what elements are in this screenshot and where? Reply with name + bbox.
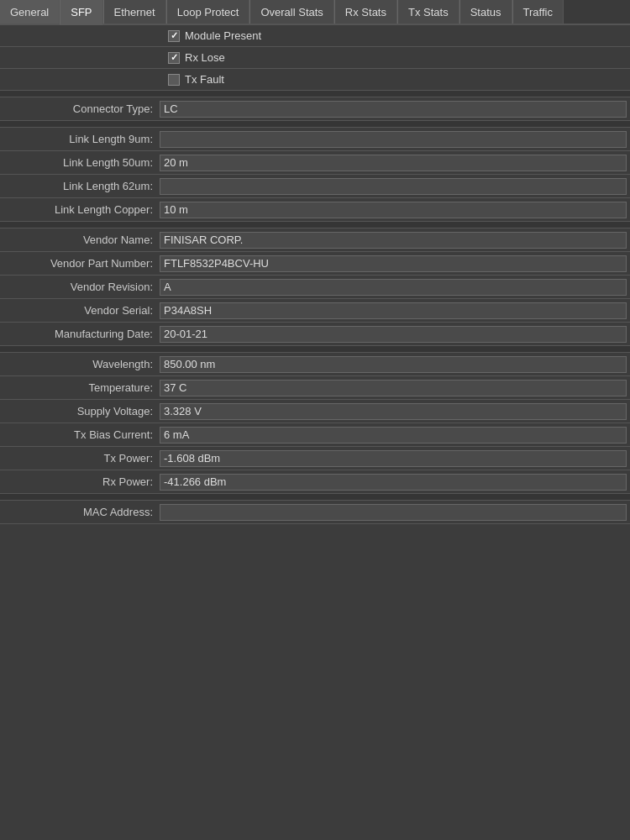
field-row-8: Vendor Serial:P34A8SH xyxy=(0,299,630,323)
field-label-13: Tx Bias Current: xyxy=(0,428,160,441)
content-area: Module PresentRx LoseTx Fault Connector … xyxy=(0,25,630,840)
field-value-15: -41.266 dBm xyxy=(160,474,627,491)
field-value-1 xyxy=(160,131,627,148)
field-row-5: Vendor Name:FINISAR CORP. xyxy=(0,228,630,252)
field-value-10: 850.00 nm xyxy=(160,356,627,373)
field-value-9: 20-01-21 xyxy=(160,326,627,343)
tab-sfp[interactable]: SFP xyxy=(60,0,102,25)
section-separator-10 xyxy=(0,346,630,353)
field-row-16: MAC Address: xyxy=(0,501,630,524)
field-value-2: 20 m xyxy=(160,155,627,171)
field-value-3 xyxy=(160,178,627,195)
field-label-11: Temperature: xyxy=(0,381,160,394)
field-row-0: Connector Type:LC xyxy=(0,97,630,121)
field-label-10: Wavelength: xyxy=(0,358,160,370)
section-separator-5 xyxy=(0,222,630,228)
field-label-14: Tx Power: xyxy=(0,452,160,465)
checkbox-module-present[interactable] xyxy=(168,30,180,42)
field-value-8: P34A8SH xyxy=(160,302,627,319)
field-row-13: Tx Bias Current:6 mA xyxy=(0,423,630,447)
field-row-6: Vendor Part Number:FTLF8532P4BCV-HU xyxy=(0,252,630,276)
field-value-16 xyxy=(160,504,627,521)
tab-ethernet[interactable]: Ethernet xyxy=(103,0,166,24)
field-value-11: 37 C xyxy=(160,380,627,396)
field-label-15: Rx Power: xyxy=(0,475,160,488)
field-row-7: Vendor Revision:A xyxy=(0,276,630,299)
checkbox-row-0: Module Present xyxy=(0,25,630,47)
field-value-13: 6 mA xyxy=(160,427,627,444)
field-label-5: Vendor Name: xyxy=(0,234,160,246)
checkbox-row-2: Tx Fault xyxy=(0,69,630,91)
field-row-10: Wavelength:850.00 nm xyxy=(0,353,630,376)
field-row-12: Supply Voltage:3.328 V xyxy=(0,400,630,423)
section-separator-1 xyxy=(0,121,630,128)
checkbox-label-2: Tx Fault xyxy=(185,73,224,86)
field-value-6: FTLF8532P4BCV-HU xyxy=(160,255,627,272)
field-row-1: Link Length 9um: xyxy=(0,128,630,151)
field-row-14: Tx Power:-1.608 dBm xyxy=(0,447,630,470)
field-row-4: Link Length Copper:10 m xyxy=(0,198,630,222)
tab-general[interactable]: General xyxy=(0,0,60,24)
field-value-4: 10 m xyxy=(160,202,627,218)
tab-rx-stats[interactable]: Rx Stats xyxy=(334,0,397,24)
tab-overall-stats[interactable]: Overall Stats xyxy=(249,0,333,24)
checkbox-rx-lose[interactable] xyxy=(168,52,180,64)
field-label-6: Vendor Part Number: xyxy=(0,257,160,270)
field-label-2: Link Length 50um: xyxy=(0,156,160,169)
field-row-3: Link Length 62um: xyxy=(0,175,630,198)
section-separator-16 xyxy=(0,494,630,501)
field-label-1: Link Length 9um: xyxy=(0,133,160,145)
field-row-2: Link Length 50um:20 m xyxy=(0,151,630,175)
field-value-0: LC xyxy=(160,101,627,118)
field-label-4: Link Length Copper: xyxy=(0,203,160,216)
tab-loop-protect[interactable]: Loop Protect xyxy=(166,0,250,24)
field-row-11: Temperature:37 C xyxy=(0,376,630,400)
field-row-15: Rx Power:-41.266 dBm xyxy=(0,470,630,494)
checkbox-label-1: Rx Lose xyxy=(185,51,225,64)
field-label-16: MAC Address: xyxy=(0,506,160,518)
field-label-3: Link Length 62um: xyxy=(0,180,160,192)
field-value-12: 3.328 V xyxy=(160,403,627,420)
checkbox-tx-fault[interactable] xyxy=(168,74,180,86)
checkbox-row-1: Rx Lose xyxy=(0,47,630,69)
field-label-12: Supply Voltage: xyxy=(0,405,160,417)
field-value-14: -1.608 dBm xyxy=(160,450,627,467)
field-label-7: Vendor Revision: xyxy=(0,281,160,293)
field-label-0: Connector Type: xyxy=(0,102,160,115)
field-label-8: Vendor Serial: xyxy=(0,304,160,317)
field-row-9: Manufacturing Date:20-01-21 xyxy=(0,323,630,346)
field-value-5: FINISAR CORP. xyxy=(160,232,627,249)
checkbox-label-0: Module Present xyxy=(185,29,261,42)
tab-traffic[interactable]: Traffic xyxy=(512,0,564,24)
field-value-7: A xyxy=(160,279,627,296)
tab-bar: GeneralSFPEthernetLoop ProtectOverall St… xyxy=(0,0,630,25)
field-label-9: Manufacturing Date: xyxy=(0,328,160,340)
tab-status[interactable]: Status xyxy=(459,0,512,24)
tab-tx-stats[interactable]: Tx Stats xyxy=(397,0,459,24)
